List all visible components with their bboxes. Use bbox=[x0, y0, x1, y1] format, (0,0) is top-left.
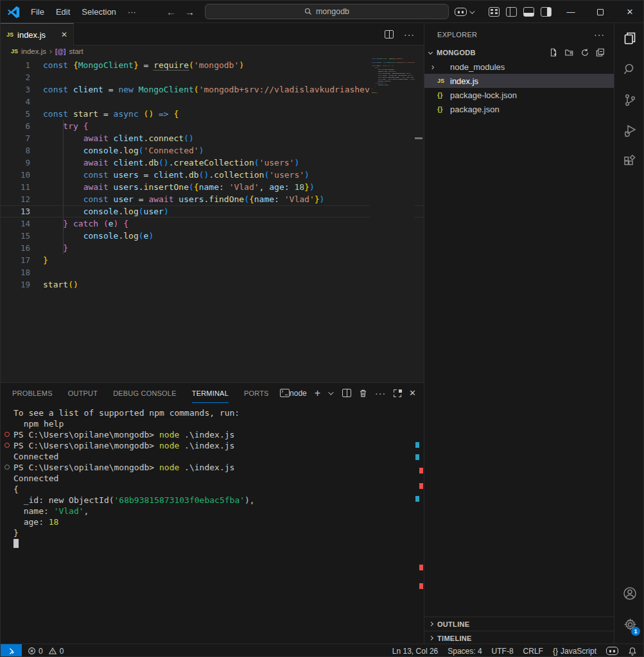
command-decoration-error[interactable] bbox=[4, 443, 10, 448]
minimize-button[interactable]: — bbox=[556, 1, 586, 23]
maximize-button[interactable] bbox=[586, 1, 615, 23]
kill-terminal-icon[interactable] bbox=[359, 389, 367, 398]
refresh-icon[interactable] bbox=[580, 48, 589, 57]
explorer-item-node_modules[interactable]: ›node_modules bbox=[424, 60, 614, 74]
settings-button[interactable]: 1 bbox=[614, 609, 644, 640]
panel-tab-problems[interactable]: PROBLEMS bbox=[12, 383, 53, 403]
line-number[interactable]: 3 bbox=[1, 83, 30, 96]
code-line-19[interactable]: 19start() bbox=[370, 91, 415, 93]
new-terminal-icon[interactable]: + bbox=[315, 388, 320, 399]
new-folder-icon[interactable] bbox=[564, 48, 574, 57]
line-number[interactable]: 17 bbox=[1, 254, 30, 266]
terminal-profile[interactable]: node bbox=[280, 389, 307, 398]
code-line-5[interactable]: 5const start = async () => { bbox=[1, 108, 424, 120]
terminal-dropdown-icon[interactable] bbox=[328, 389, 333, 395]
code-line-3[interactable]: 3const client = new MongoClient('mongodb… bbox=[1, 83, 424, 96]
explorer-section-header[interactable]: MONGODB bbox=[424, 46, 614, 60]
line-number[interactable]: 13 bbox=[1, 205, 30, 218]
activity-explorer[interactable] bbox=[614, 23, 644, 54]
activity-search[interactable] bbox=[614, 54, 644, 85]
code-line-19[interactable]: 19start() bbox=[1, 278, 424, 291]
line-number[interactable]: 5 bbox=[1, 108, 30, 120]
remote-indicator[interactable] bbox=[1, 644, 22, 657]
activity-extensions[interactable] bbox=[614, 146, 644, 177]
menu-file[interactable]: File bbox=[25, 5, 50, 19]
back-arrow-icon[interactable]: ← bbox=[166, 6, 176, 17]
outline-section[interactable]: OUTLINE bbox=[424, 617, 614, 631]
line-number[interactable]: 9 bbox=[1, 157, 30, 169]
code-line-15[interactable]: 15 console.log(e) bbox=[1, 230, 424, 242]
line-number[interactable]: 15 bbox=[1, 230, 30, 242]
more-actions-icon[interactable]: ··· bbox=[404, 30, 415, 40]
code-line-3[interactable]: 3const client = new MongoClient('mongodb… bbox=[370, 61, 415, 63]
activity-run-debug[interactable] bbox=[614, 115, 644, 146]
panel-tab-output[interactable]: OUTPUT bbox=[68, 383, 98, 403]
line-number[interactable]: 4 bbox=[1, 96, 30, 108]
code-line-4[interactable]: 4 bbox=[1, 96, 424, 108]
problems-status[interactable]: 0 0 bbox=[22, 647, 64, 656]
copilot-button[interactable] bbox=[455, 8, 473, 16]
code-line-16[interactable]: 16 } bbox=[1, 242, 424, 254]
line-number[interactable]: 10 bbox=[1, 169, 30, 181]
close-panel-icon[interactable]: ✕ bbox=[409, 388, 416, 398]
customize-layout-icon[interactable] bbox=[489, 7, 500, 17]
encoding[interactable]: UTF-8 bbox=[492, 647, 514, 656]
code-line-1[interactable]: 1const {MongoClient} = require('mongodb'… bbox=[1, 59, 424, 71]
overview-ruler[interactable] bbox=[415, 57, 424, 382]
terminal-content[interactable]: To see a list of supported npm commands,… bbox=[1, 407, 415, 549]
panel-tab-ports[interactable]: PORTS bbox=[244, 383, 269, 403]
close-button[interactable]: ✕ bbox=[615, 1, 644, 23]
line-number[interactable]: 16 bbox=[1, 242, 30, 254]
cursor-position[interactable]: Ln 13, Col 26 bbox=[392, 647, 438, 656]
collapse-all-icon[interactable] bbox=[596, 48, 605, 57]
new-file-icon[interactable] bbox=[549, 48, 558, 57]
code-line-9[interactable]: 9 await client.db().createCollection('us… bbox=[1, 157, 424, 169]
menu-selection[interactable]: Selection bbox=[76, 5, 121, 19]
command-decoration-idle[interactable] bbox=[4, 465, 10, 470]
forward-arrow-icon[interactable]: → bbox=[185, 6, 195, 17]
explorer-item-package.json[interactable]: {}package.json bbox=[424, 102, 614, 116]
code-line-7[interactable]: 7 await client.connect() bbox=[1, 132, 424, 144]
code-line-12[interactable]: 12 const user = await users.findOne({nam… bbox=[1, 193, 424, 205]
panel-tab-debug-console[interactable]: DEBUG CONSOLE bbox=[113, 383, 177, 403]
line-number[interactable]: 6 bbox=[1, 120, 30, 132]
code-editor[interactable]: 1const {MongoClient} = require('mongodb'… bbox=[1, 57, 424, 382]
code-line-10[interactable]: 10 const users = client.db().collection(… bbox=[1, 169, 424, 181]
code-line-13[interactable]: 13 console.log(user) bbox=[1, 205, 424, 218]
copilot-status-icon[interactable] bbox=[606, 647, 618, 655]
line-number[interactable]: 7 bbox=[1, 132, 30, 144]
line-number[interactable]: 1 bbox=[1, 59, 30, 71]
code-line-2[interactable]: 2 bbox=[1, 71, 424, 83]
split-editor-icon[interactable] bbox=[385, 30, 394, 38]
line-number[interactable]: 8 bbox=[1, 144, 30, 157]
tab-index-js[interactable]: JS index.js ✕ bbox=[1, 23, 74, 46]
close-tab-icon[interactable]: ✕ bbox=[61, 30, 67, 39]
notifications-bell-icon[interactable] bbox=[628, 647, 637, 656]
panel-more-icon[interactable]: ··· bbox=[375, 388, 386, 398]
indentation[interactable]: Spaces: 4 bbox=[448, 647, 482, 656]
panel-tab-terminal[interactable]: TERMINAL bbox=[192, 383, 229, 403]
breadcrumb-file[interactable]: index.js bbox=[21, 47, 46, 55]
language-mode[interactable]: {} JavaScript bbox=[553, 647, 596, 656]
line-number[interactable]: 14 bbox=[1, 218, 30, 230]
command-decoration-error[interactable] bbox=[4, 432, 10, 437]
breadcrumb[interactable]: JS index.js › [@] start bbox=[1, 46, 424, 57]
code-line-14[interactable]: 14 } catch (e) { bbox=[1, 218, 424, 230]
toggle-secondary-sidebar-icon[interactable] bbox=[541, 7, 552, 17]
explorer-more-icon[interactable]: ··· bbox=[594, 30, 605, 40]
activity-source-control[interactable] bbox=[614, 85, 644, 115]
split-terminal-icon[interactable] bbox=[342, 389, 351, 397]
minimap[interactable]: 1const {MongoClient} = require('mongodb'… bbox=[370, 57, 415, 382]
toggle-sidebar-icon[interactable] bbox=[506, 7, 517, 17]
explorer-item-package-lock.json[interactable]: {}package-lock.json bbox=[424, 88, 614, 102]
line-number[interactable]: 2 bbox=[1, 71, 30, 83]
accounts-button[interactable] bbox=[614, 578, 644, 609]
eol-sequence[interactable]: CRLF bbox=[523, 647, 543, 656]
line-number[interactable]: 12 bbox=[1, 193, 30, 205]
toggle-panel-icon[interactable] bbox=[523, 7, 534, 17]
command-center-search[interactable]: mongodb bbox=[205, 4, 449, 19]
breadcrumb-symbol[interactable]: start bbox=[69, 47, 83, 55]
line-number[interactable]: 19 bbox=[1, 278, 30, 291]
menu-edit[interactable]: Edit bbox=[50, 5, 76, 19]
line-number[interactable]: 18 bbox=[1, 266, 30, 278]
